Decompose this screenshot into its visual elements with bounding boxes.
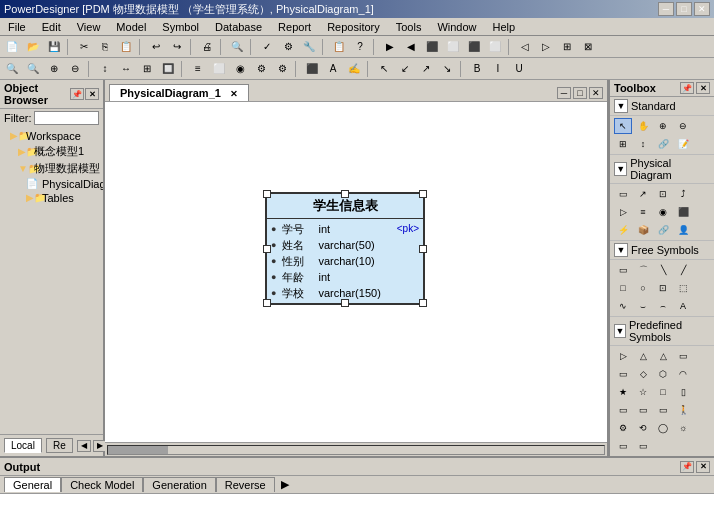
canvas-area[interactable]: 学生信息表 ● 学号 int <pk> ● 姓名 varchar(50) ●: [105, 102, 607, 442]
tab-check-model[interactable]: Check Model: [61, 477, 143, 492]
diagram-ctrl-close[interactable]: ✕: [589, 87, 603, 99]
tree-item-physmodel[interactable]: ▼📁 物理数据模型（: [2, 160, 101, 177]
open-button[interactable]: 📂: [23, 38, 43, 56]
tree-item-workspace[interactable]: ▶📁 Workspace: [2, 129, 101, 143]
tool-link[interactable]: 🔗: [654, 136, 672, 152]
properties-button[interactable]: 📋: [329, 38, 349, 56]
free-toggle[interactable]: ▼: [614, 243, 628, 257]
resize-bl[interactable]: [263, 299, 271, 307]
tool-pre14[interactable]: ▭: [634, 402, 652, 418]
tool-idx[interactable]: ⬛: [674, 204, 692, 220]
menu-symbol[interactable]: Symbol: [158, 20, 203, 34]
tool-domain[interactable]: ◉: [654, 204, 672, 220]
btn-i[interactable]: ⊞: [557, 38, 577, 56]
tool-seq[interactable]: ≡: [634, 204, 652, 220]
tool-curve[interactable]: ⌢: [654, 298, 672, 314]
tb2-btn2[interactable]: 🔍: [23, 60, 43, 78]
resize-tl[interactable]: [263, 190, 271, 198]
tool-pre20[interactable]: ☼: [674, 420, 692, 436]
tool-rect[interactable]: ▭: [614, 262, 632, 278]
tb2-btn21[interactable]: B: [467, 60, 487, 78]
tool-view[interactable]: ⊡: [654, 186, 672, 202]
copy-button[interactable]: ⎘: [95, 38, 115, 56]
tool-pre9[interactable]: ★: [614, 384, 632, 400]
close-browser-button[interactable]: ✕: [85, 88, 99, 100]
diagram-table[interactable]: 学生信息表 ● 学号 int <pk> ● 姓名 varchar(50) ●: [265, 192, 425, 305]
tool-pre19[interactable]: ◯: [654, 420, 672, 436]
tree-item-physdiag[interactable]: 📄 PhysicalDiagr: [2, 177, 101, 191]
btn-g[interactable]: ◁: [515, 38, 535, 56]
tb2-btn14[interactable]: ⬛: [302, 60, 322, 78]
menu-window[interactable]: Window: [433, 20, 480, 34]
tb2-btn10[interactable]: ⬜: [209, 60, 229, 78]
tool-pointer[interactable]: ↖: [614, 118, 632, 134]
tool-wave[interactable]: ∿: [614, 298, 632, 314]
menu-model[interactable]: Model: [112, 20, 150, 34]
menu-file[interactable]: File: [4, 20, 30, 34]
tool-pre12[interactable]: ▯: [674, 384, 692, 400]
tb2-btn16[interactable]: ✍: [344, 60, 364, 78]
menu-view[interactable]: View: [73, 20, 105, 34]
toolbox-pin-button[interactable]: 📌: [680, 82, 694, 94]
tool-pkg[interactable]: 📦: [634, 222, 652, 238]
output-close-button[interactable]: ✕: [696, 461, 710, 473]
tool-pre22[interactable]: ▭: [634, 438, 652, 454]
paste-button[interactable]: 📋: [116, 38, 136, 56]
menu-repository[interactable]: Repository: [323, 20, 384, 34]
tool-hand[interactable]: ✋: [634, 118, 652, 134]
tb2-btn3[interactable]: ⊕: [44, 60, 64, 78]
tool-trigger[interactable]: ⚡: [614, 222, 632, 238]
tool-pre10[interactable]: ☆: [634, 384, 652, 400]
resize-bm[interactable]: [341, 299, 349, 307]
tb2-btn9[interactable]: ≡: [188, 60, 208, 78]
tools-button[interactable]: 🔧: [299, 38, 319, 56]
output-pin-button[interactable]: 📌: [680, 461, 694, 473]
tb2-btn12[interactable]: ⚙: [251, 60, 271, 78]
tb2-btn17[interactable]: ↖: [374, 60, 394, 78]
btn-c[interactable]: ⬛: [422, 38, 442, 56]
horizontal-scrollbar[interactable]: [105, 442, 607, 456]
tb2-btn11[interactable]: ◉: [230, 60, 250, 78]
menu-database[interactable]: Database: [211, 20, 266, 34]
toolbox-close-button[interactable]: ✕: [696, 82, 710, 94]
tool-pre17[interactable]: ⚙: [614, 420, 632, 436]
resize-ml[interactable]: [263, 245, 271, 253]
tb2-btn20[interactable]: ↘: [437, 60, 457, 78]
tool-pre21[interactable]: ▭: [614, 438, 632, 454]
tb2-btn8[interactable]: 🔲: [158, 60, 178, 78]
btn-a[interactable]: ▶: [380, 38, 400, 56]
tool-proc[interactable]: ▷: [614, 204, 632, 220]
diagram-tab-active[interactable]: PhysicalDiagram_1 ✕: [109, 84, 249, 101]
tool-circle[interactable]: ○: [634, 280, 652, 296]
tool-zoom-in[interactable]: ⊕: [654, 118, 672, 134]
btn-f[interactable]: ⬜: [485, 38, 505, 56]
tool-line[interactable]: ╲: [654, 262, 672, 278]
toolbox-section-predefined[interactable]: ▼ Predefined Symbols: [610, 317, 714, 346]
maximize-button[interactable]: □: [676, 2, 692, 16]
tb2-btn23[interactable]: U: [509, 60, 529, 78]
new-button[interactable]: 📄: [2, 38, 22, 56]
save-button[interactable]: 💾: [44, 38, 64, 56]
tool-pre6[interactable]: ◇: [634, 366, 652, 382]
check-button[interactable]: ✓: [257, 38, 277, 56]
tool-wave2[interactable]: ⌣: [634, 298, 652, 314]
tool-pre7[interactable]: ⬡: [654, 366, 672, 382]
diagram-tab-close-button[interactable]: ✕: [230, 89, 238, 99]
btn-b[interactable]: ◀: [401, 38, 421, 56]
resize-br[interactable]: [419, 299, 427, 307]
toolbox-section-standard[interactable]: ▼ Standard: [610, 97, 714, 116]
tool-box3[interactable]: ⬚: [674, 280, 692, 296]
btn-e[interactable]: ⬛: [464, 38, 484, 56]
diagram-ctrl-min[interactable]: ─: [557, 87, 571, 99]
tool-pre18[interactable]: ⟲: [634, 420, 652, 436]
btn-d[interactable]: ⬜: [443, 38, 463, 56]
tool-pre5[interactable]: ▭: [614, 366, 632, 382]
tb2-btn19[interactable]: ↗: [416, 60, 436, 78]
prev-btn[interactable]: ◀: [77, 440, 91, 452]
help2-button[interactable]: ?: [350, 38, 370, 56]
tool-zoom-out[interactable]: ⊖: [674, 118, 692, 134]
tool-pre15[interactable]: ▭: [654, 402, 672, 418]
find-button[interactable]: 🔍: [227, 38, 247, 56]
tool-line2[interactable]: ╱: [674, 262, 692, 278]
pin-button[interactable]: 📌: [70, 88, 84, 100]
